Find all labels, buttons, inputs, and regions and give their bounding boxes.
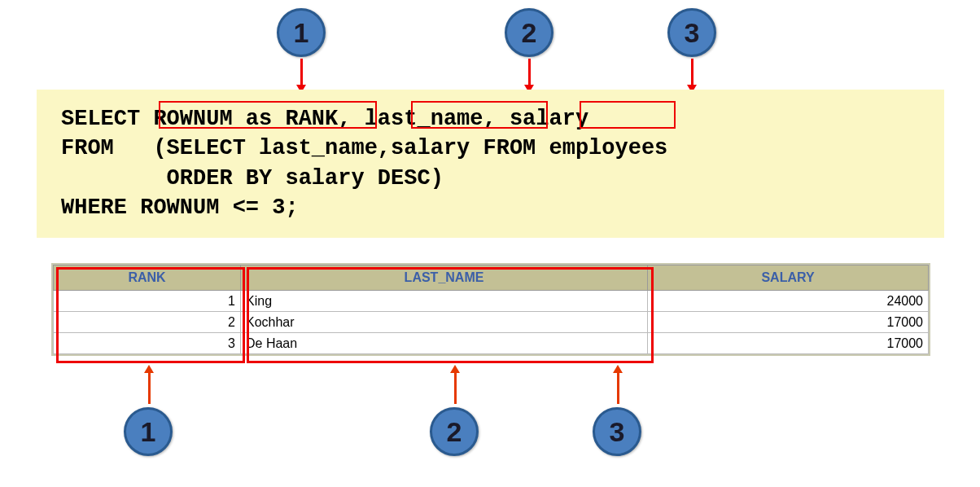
arrow-down-1 [300,59,303,85]
result-table: RANK LAST_NAME SALARY 1 King 24000 2 Koc… [53,265,929,354]
cell-salary: 17000 [648,312,929,333]
badge-bottom-1: 1 [124,407,173,456]
highlight-salary [580,101,676,129]
arrow-up-2 [454,373,457,404]
cell-salary: 17000 [648,333,929,354]
badge-top-1: 1 [277,8,326,57]
badge-bottom-3: 3 [593,407,641,456]
cell-rank: 2 [54,312,241,333]
cell-last-name: Kochhar [241,312,648,333]
table-row: 1 King 24000 [54,291,929,312]
badge-top-2: 2 [505,8,553,57]
badge-top-3: 3 [667,8,716,57]
cell-rank: 3 [54,333,241,354]
table-header-row: RANK LAST_NAME SALARY [54,265,929,291]
cell-last-name: De Haan [241,333,648,354]
table-row: 3 De Haan 17000 [54,333,929,354]
arrow-down-3 [691,59,693,85]
highlight-last-name [411,101,548,129]
cell-last-name: King [241,291,648,312]
highlight-rownum-rank [159,101,377,129]
cell-rank: 1 [54,291,241,312]
arrow-up-1 [148,373,151,404]
result-table-container: RANK LAST_NAME SALARY 1 King 24000 2 Koc… [51,263,930,356]
table-row: 2 Kochhar 17000 [54,312,929,333]
header-rank: RANK [54,265,241,291]
header-last-name: LAST_NAME [241,265,648,291]
arrow-down-2 [528,59,531,85]
cell-salary: 24000 [648,291,929,312]
arrow-up-3 [617,373,619,404]
header-salary: SALARY [648,265,929,291]
badge-bottom-2: 2 [430,407,479,456]
